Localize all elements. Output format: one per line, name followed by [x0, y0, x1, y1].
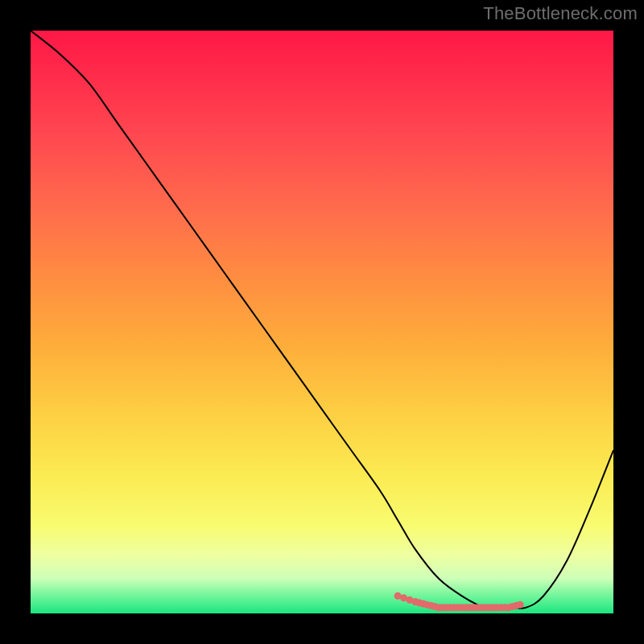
chart-container: { "attribution": "TheBottleneck.com", "c… [0, 0, 644, 644]
svg-point-30 [517, 601, 524, 609]
highlight-dots [31, 31, 613, 613]
plot-area [31, 31, 613, 613]
attribution-text: TheBottleneck.com [483, 3, 638, 24]
